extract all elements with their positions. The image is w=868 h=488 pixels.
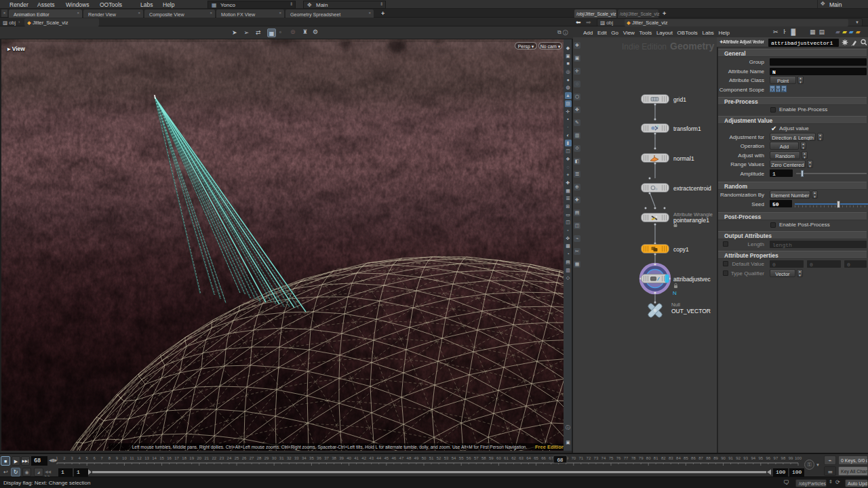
svg-text:transform1: transform1 — [673, 125, 701, 132]
svg-text:Null: Null — [671, 302, 680, 308]
svg-text:extractcentroid: extractcentroid — [673, 185, 711, 192]
svg-text:normal1: normal1 — [673, 155, 694, 162]
svg-text:copy1: copy1 — [673, 246, 689, 253]
svg-text:N: N — [673, 290, 677, 296]
svg-text:grid1: grid1 — [673, 96, 686, 103]
svg-text:pointwrangle1: pointwrangle1 — [673, 217, 709, 224]
svg-text:OUT_VECTOR: OUT_VECTOR — [671, 308, 711, 314]
svg-text:attribadjustvec: attribadjustvec — [673, 276, 711, 283]
